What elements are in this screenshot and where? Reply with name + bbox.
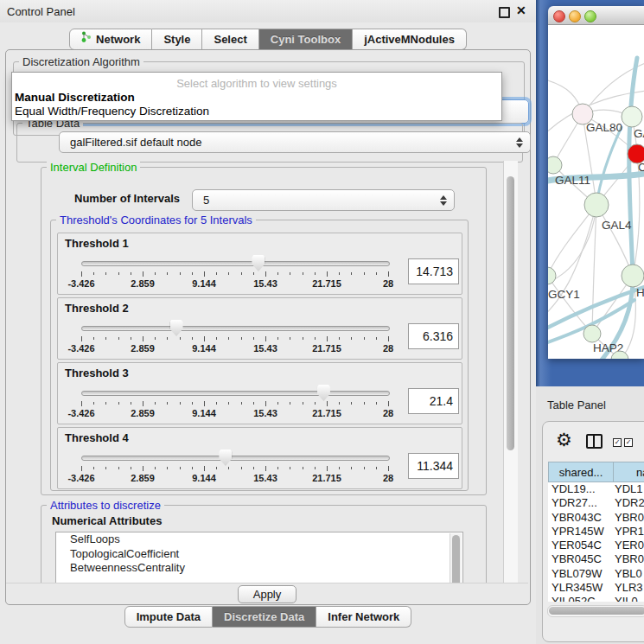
table-row[interactable]: YDL19...YDL1 [548,482,644,496]
slider-tick [376,402,377,405]
spinner-arrows-icon [440,195,447,206]
tab-discretize-data[interactable]: Discretize Data [213,606,316,628]
network-node-h[interactable] [622,265,644,287]
slider-tick [327,401,328,406]
tab-jactivemnodules[interactable]: jActiveMNodules [353,29,467,50]
network-node-ga[interactable] [622,106,642,127]
slider-track[interactable] [81,391,390,396]
cell-name[interactable]: YBL0 [612,567,644,581]
network-edge[interactable] [548,205,596,319]
tab-style[interactable]: Style [152,29,202,50]
threshold-value-field[interactable]: 11.344 [408,453,459,479]
network-view-window[interactable]: GAL80GACGAL11GAL4GCY1HHAP2 [548,6,644,359]
cell-shared-name[interactable]: YBL079W [548,567,612,581]
slider-track[interactable] [81,326,390,331]
list-scrollbar[interactable] [450,533,462,583]
slider-tick [303,272,303,275]
horizontal-scrollbar-thumb[interactable] [549,607,644,615]
number-of-intervals-combobox[interactable]: 5 [192,189,455,211]
table-row[interactable]: YPR145WYPR1 [548,525,644,539]
top-tab-bar: NetworkStyleSelectCyni ToolboxjActiveMNo… [0,29,536,50]
table-row[interactable]: YBR045CYBR0 [548,552,644,566]
network-window-titlebar[interactable] [548,6,644,25]
node-attribute-table[interactable]: shared... na YDL19...YDL1YDR27...YDR2YBR… [548,462,644,602]
column-header-name[interactable]: na [613,462,644,482]
vertical-scrollbar-thumb[interactable] [507,176,514,450]
numerical-attributes-list[interactable]: SelfLoopsTopologicalCoefficientBetweenne… [55,532,463,583]
table-row[interactable]: YLR345WYLR3 [548,581,644,595]
slider-thumb[interactable] [219,450,232,466]
slider-thumb[interactable] [170,320,183,336]
cell-name[interactable]: YIL0 [612,595,644,602]
tab-infer-network[interactable]: Infer Network [316,606,411,628]
split-view-icon[interactable] [586,434,603,449]
slider-tick [216,337,217,340]
cell-shared-name[interactable]: YIL052C [548,595,612,602]
cell-name[interactable]: YER0 [612,539,644,552]
cell-shared-name[interactable]: YDR27... [548,496,612,510]
mac-close-icon[interactable] [553,10,565,22]
cell-shared-name[interactable]: YBR045C [548,552,612,566]
list-item[interactable]: SelfLoops [56,532,462,547]
table-row[interactable]: YER054CYER0 [548,539,644,552]
cell-name[interactable]: YDL1 [612,482,644,496]
popup-option-manual-discretization[interactable]: Manual Discretization [15,91,135,104]
slider-track[interactable] [81,456,390,461]
table-data-combobox[interactable]: galFiltered.sif default node [59,131,531,153]
slider-tick [277,467,278,469]
tab-label: Select [214,29,246,49]
cell-shared-name[interactable]: YER054C [548,539,612,552]
group-title: Threshold's Coordinates for 5 Intervals [56,214,256,226]
tab-select[interactable]: Select [202,29,258,50]
cell-shared-name[interactable]: YLR345W [548,581,612,595]
cell-shared-name[interactable]: YBR043C [548,511,612,525]
table-row[interactable]: YIL052CYIL0 [548,595,644,602]
cell-name[interactable]: YPR1 [612,525,644,539]
threshold-value-field[interactable]: 21.4 [408,388,459,414]
slider-track[interactable] [81,261,390,266]
list-scrollbar-thumb[interactable] [452,535,460,583]
mac-zoom-icon[interactable] [584,10,596,22]
network-node-hap2[interactable] [583,325,601,342]
tab-impute-data[interactable]: Impute Data [124,606,213,628]
list-item[interactable]: TopologicalCoefficient [56,547,462,562]
close-icon[interactable]: ✕ [516,3,526,17]
cell-name[interactable]: YLR3 [612,581,644,595]
tab-label: jActiveMNodules [364,29,455,49]
vertical-scrollbar[interactable] [503,161,518,583]
popup-option-equal-width-frequency[interactable]: Equal Width/Frequency Discretization [15,105,209,118]
table-row[interactable]: YDR27...YDR2 [548,496,644,510]
table-row[interactable]: YBL079WYBL0 [548,567,644,581]
slider-tick-label: 28 [364,408,412,418]
list-item[interactable]: BetweennessCentrality [56,561,462,576]
tab-network[interactable]: Network [69,29,152,50]
float-icon[interactable] [499,7,510,18]
network-canvas[interactable]: GAL80GACGAL11GAL4GCY1HHAP2 [548,25,644,359]
slider-tick [143,271,143,277]
tab-cyni-toolbox[interactable]: Cyni Toolbox [259,29,353,50]
cell-name[interactable]: YBR0 [612,511,644,525]
cell-name[interactable]: YDR2 [612,496,644,510]
checkbox-icon[interactable]: ✓ [624,438,633,447]
slider-tick [339,467,340,469]
threshold-value-field[interactable]: 6.316 [408,323,459,349]
threshold-value-field[interactable]: 14.713 [408,258,459,284]
cell-shared-name[interactable]: YPR145W [548,525,612,539]
table-row[interactable]: YBR043CYBR0 [548,511,644,525]
slider-thumb[interactable] [317,385,330,401]
cell-shared-name[interactable]: YDL19... [548,482,612,496]
gear-icon[interactable]: ⚙ [556,430,572,450]
horizontal-scrollbar[interactable] [547,605,644,617]
checkbox-icon[interactable]: ✓ [613,438,622,447]
mac-minimize-icon[interactable] [569,10,581,22]
column-header-shared-name[interactable]: shared... [548,462,613,482]
apply-button[interactable]: Apply [238,585,296,603]
network-node-gcy1[interactable] [548,267,556,284]
network-node-gal11[interactable] [548,156,562,174]
slider-tick [388,336,389,341]
slider-thumb[interactable] [252,255,265,271]
cell-name[interactable]: YBR0 [612,552,644,566]
slider-tick [167,467,168,469]
slider-tick [315,272,316,275]
network-node-gal4[interactable] [584,193,609,217]
